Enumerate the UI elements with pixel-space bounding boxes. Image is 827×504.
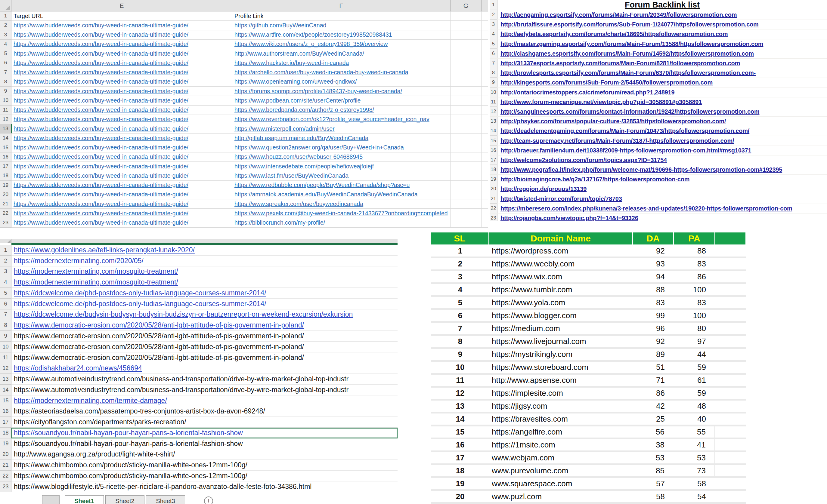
target-url-cell[interactable]: https://www.budderweeds.com/buy-weed-in-… [11,124,232,133]
url-text-cell[interactable]: https://cityoflangston.com/departments/p… [11,417,397,428]
pa-cell[interactable]: 61 [673,375,715,386]
sl-cell[interactable]: 8 [431,336,489,347]
profile-link-cell[interactable]: https://forums.soompi.com/profile/148943… [232,87,450,96]
sl-cell[interactable]: 17 [431,452,489,463]
row-number[interactable]: 21 [0,200,11,209]
domain-cell[interactable]: www.purevolume.com [489,465,632,476]
row-number[interactable]: 17 [490,156,497,165]
row-number[interactable]: 20 [0,190,11,200]
row-number[interactable]: 13 [0,124,11,133]
profile-link-cell[interactable]: https://www.artfire.com/ext/people/zoest… [232,31,450,40]
row-number[interactable]: 4 [0,40,11,49]
row-number[interactable]: 9 [0,331,11,342]
forum-backlink-cell[interactable]: http://braeuer.familien4um.de/t10338f200… [497,146,827,155]
target-url-cell[interactable]: https://www.budderweeds.com/buy-weed-in-… [11,96,232,105]
empty-cell[interactable] [450,11,482,21]
pa-cell[interactable]: 58 [673,478,715,489]
row-number[interactable]: 3 [0,267,11,277]
empty-cell[interactable] [450,200,482,209]
da-cell[interactable]: 99 [632,310,673,321]
sl-cell[interactable]: 11 [431,375,489,386]
da-cell[interactable]: 58 [632,491,673,502]
forum-backlink-cell[interactable]: http://acngaming.esportsify.com/forums/M… [497,10,827,19]
row-number[interactable]: 15 [490,136,497,145]
forum-backlink-cell[interactable]: http://deadelementgaming.com/forums/Main… [497,126,827,135]
sheet-tab-2[interactable]: Sheet2 [105,495,144,504]
row-number[interactable]: 15 [0,143,11,153]
empty-cell[interactable] [450,21,482,30]
domain-cell[interactable]: http://www.apsense.com [489,375,632,386]
row-number[interactable]: 2 [490,10,497,19]
row-number[interactable]: 2 [0,256,11,267]
pa-cell[interactable]: 59 [673,362,715,373]
forum-backlink-cell[interactable]: http://rojangba.com/viewtopic.php?f=14&t… [497,214,827,221]
row-number[interactable]: 6 [0,58,11,68]
sl-cell[interactable]: 18 [431,465,489,476]
domain-cell[interactable]: https://www.tumblr.com [489,284,632,295]
row-number[interactable]: 19 [0,181,11,190]
row-number[interactable]: 22 [0,470,11,482]
da-cell[interactable]: 86 [632,388,673,399]
row-number[interactable]: 7 [0,68,11,77]
empty-cell[interactable] [450,133,482,143]
empty-cell[interactable] [450,31,482,40]
da-cell[interactable]: 83 [632,297,673,308]
url-text-cell[interactable]: https://www.democratic-erosion.com/2020/… [11,331,397,342]
forum-list-title[interactable]: Forum Backlink list [497,0,827,10]
empty-cell[interactable] [450,106,482,115]
profile-link-cell[interactable]: https://www.viki.com/users/z_o_estorey19… [232,40,450,49]
forum-backlink-cell[interactable]: http://reggion.de/groups/13139 [497,184,827,194]
empty-cell[interactable] [450,115,482,124]
row-number[interactable]: 8 [0,320,11,331]
profile-link-cell[interactable]: https://archello.com/user/buy-weed-in-ca… [232,68,450,77]
forum-backlink-cell[interactable]: http://www.forum-mecanique.net/viewtopic… [497,98,827,107]
url-link-cell[interactable]: https://modernexterminating.com/termite-… [11,395,397,406]
sl-cell[interactable]: 10 [431,362,489,373]
forum-backlink-cell[interactable]: http://www.pcgrafica.it/index.php/forum/… [497,165,827,174]
empty-cell[interactable] [450,77,482,87]
row-number[interactable]: 19 [0,439,11,449]
url-text-cell[interactable]: https://www.democratic-erosion.com/2020/… [11,352,397,363]
row-number[interactable]: 10 [0,96,11,105]
domain-cell[interactable]: https://www.blogger.com [489,310,632,321]
domain-cell[interactable]: https://angelfire.com [489,427,632,438]
row-number[interactable]: 23 [0,482,11,492]
target-url-cell[interactable]: https://www.budderweeds.com/buy-weed-in-… [11,181,232,190]
row-number[interactable]: 5 [0,288,11,299]
target-url-cell[interactable]: https://www.budderweeds.com/buy-weed-in-… [11,68,232,77]
row-number[interactable]: 11 [490,98,497,107]
url-link-cell[interactable]: https://ddcwelcome.de/phd-postdocs-only-… [11,299,397,310]
row-number[interactable]: 2 [0,21,11,30]
target-url-cell[interactable]: https://www.budderweeds.com/buy-weed-in-… [11,153,232,162]
row-number[interactable]: 23 [0,218,11,228]
target-url-cell[interactable]: https://www.budderweeds.com/buy-weed-in-… [11,49,232,58]
forum-backlink-cell[interactable]: http://31337esports.esportsify.com/forum… [497,59,827,68]
sl-cell[interactable]: 5 [431,297,489,308]
profile-link-cell[interactable]: http://www.authorstream.com/BuyWeedinCan… [232,49,450,58]
domain-cell[interactable]: https://www.storeboard.com [489,362,632,373]
url-text-cell[interactable]: http://www.agangsa.org.za/product/light-… [11,449,397,460]
domain-cell[interactable]: www.squarespace.com [489,478,632,489]
row-number[interactable]: 20 [0,449,11,460]
da-cell[interactable]: 42 [632,401,673,412]
select-all-corner[interactable] [0,239,11,243]
target-url-cell[interactable]: https://www.budderweeds.com/buy-weed-in-… [11,31,232,40]
sheet-tab-1[interactable]: Sheet1 [65,495,104,504]
column-header-e[interactable]: E [11,0,232,11]
row-number[interactable]: 17 [0,417,11,428]
select-all-corner[interactable] [0,0,11,11]
forum-backlink-cell[interactable]: http://kingesports.com/forums/Sub-Forum-… [497,78,827,87]
url-text-cell[interactable]: https://www.democratic-erosion.com/2020/… [11,342,397,352]
profile-link-cell[interactable]: https://www.pexels.com/@buy-weed-in-cana… [232,209,450,218]
domain-cell[interactable]: https://1msite.com [489,439,632,450]
url-link-cell[interactable]: https://modernexterminating.com/mosquito… [11,267,397,277]
domain-cell[interactable]: https://mystrikingly.com [489,349,632,360]
pa-cell[interactable]: 44 [673,349,715,360]
domain-cell[interactable]: https://www.weebly.com [489,258,632,270]
row-number[interactable]: 16 [0,153,11,162]
profile-link-cell[interactable]: https://www.reverbnation.com/ok12?profil… [232,115,450,124]
da-cell[interactable]: 94 [632,271,673,282]
empty-cell[interactable] [450,218,482,228]
url-text-cell[interactable]: https://asteoriasdaelsa.com/passatempo-t… [11,406,397,417]
row-number[interactable]: 22 [490,204,497,213]
